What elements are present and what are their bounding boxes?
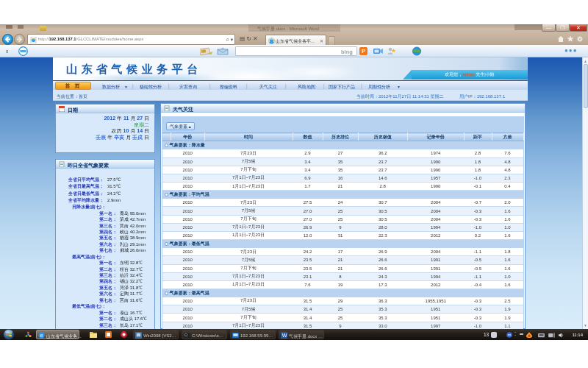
svg-text:W: W xyxy=(282,332,287,339)
svg-text:e: e xyxy=(40,332,43,339)
svg-text:C:: C: xyxy=(184,333,188,337)
